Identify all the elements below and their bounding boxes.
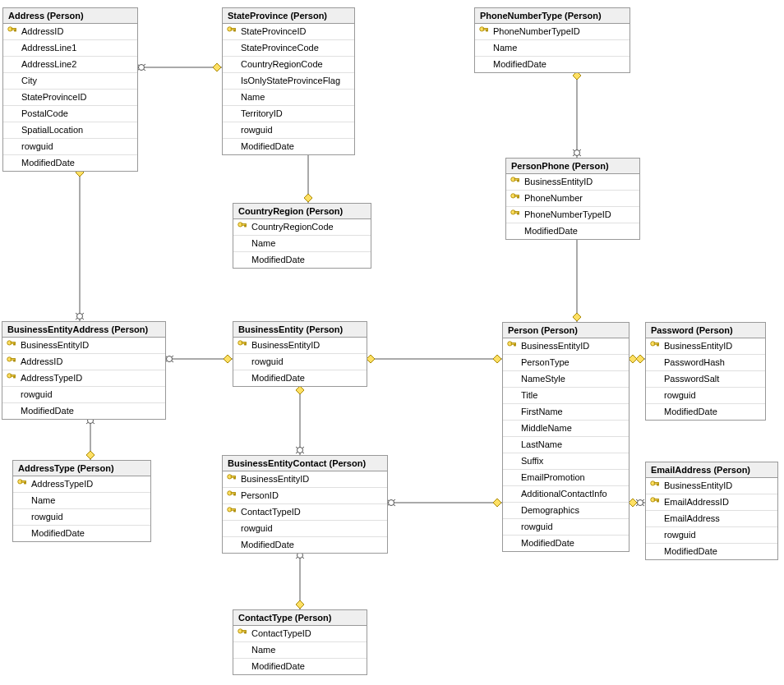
column-row[interactable]: Name [13, 493, 150, 509]
table-personphone[interactable]: PersonPhone (Person) BusinessEntityIDPho… [505, 158, 640, 240]
column-row[interactable]: IsOnlyStateProvinceFlag [223, 73, 354, 90]
table-countryregion[interactable]: CountryRegion (Person) CountryRegionCode… [233, 203, 371, 269]
table-password[interactable]: Password (Person) BusinessEntityIDPasswo… [645, 322, 766, 421]
column-row[interactable]: EmailAddress [646, 511, 777, 527]
column-row[interactable]: PhoneNumber [506, 191, 639, 207]
svg-rect-29 [14, 360, 16, 361]
column-name: ContactTypeID [251, 628, 311, 638]
column-row[interactable]: rowguid [233, 354, 367, 370]
column-row[interactable]: Name [233, 236, 371, 252]
table-businessentityaddress[interactable]: BusinessEntityAddress (Person) BusinessE… [2, 321, 166, 420]
column-row[interactable]: StateProvinceCode [223, 40, 354, 57]
table-address[interactable]: Address (Person) AddressIDAddressLine1Ad… [2, 7, 138, 172]
table-person[interactable]: Person (Person) BusinessEntityIDPersonTy… [502, 322, 630, 552]
column-name: City [21, 76, 37, 85]
column-row[interactable]: rowguid [646, 388, 765, 404]
column-row[interactable]: ModifiedDate [2, 403, 165, 419]
column-row[interactable]: CountryRegionCode [233, 219, 371, 236]
column-row[interactable]: ContactTypeID [223, 504, 387, 521]
table-phonenumbertype[interactable]: PhoneNumberType (Person) PhoneNumberType… [474, 7, 630, 73]
column-row[interactable]: rowguid [646, 527, 777, 544]
column-row[interactable]: BusinessEntityID [223, 471, 387, 488]
column-row[interactable]: AdditionalContactInfo [503, 486, 629, 503]
column-row[interactable]: BusinessEntityID [503, 338, 629, 355]
column-row[interactable]: Suffix [503, 453, 629, 470]
key-icon [510, 176, 521, 187]
column-row[interactable]: StateProvinceID [3, 90, 137, 106]
column-row[interactable]: rowguid [223, 122, 354, 139]
column-name: BusinessEntityID [21, 340, 89, 350]
column-name: BusinessEntityID [664, 341, 732, 351]
column-row[interactable]: ModifiedDate [646, 544, 777, 559]
column-row[interactable]: AddressID [3, 24, 137, 40]
table-emailaddress[interactable]: EmailAddress (Person) BusinessEntityIDEm… [645, 462, 778, 560]
table-addresstype[interactable]: AddressType (Person) AddressTypeIDNamero… [12, 460, 151, 542]
column-row[interactable]: ContactTypeID [233, 626, 367, 642]
column-row[interactable]: AddressLine2 [3, 57, 137, 73]
column-name: PersonID [241, 490, 279, 500]
column-row[interactable]: ModifiedDate [233, 370, 367, 386]
column-row[interactable]: rowguid [503, 519, 629, 536]
column-row[interactable]: AddressID [2, 354, 165, 370]
column-row[interactable]: ModifiedDate [233, 252, 371, 268]
column-row[interactable]: Demographics [503, 503, 629, 519]
column-row[interactable]: ModifiedDate [503, 536, 629, 551]
column-row[interactable]: AddressTypeID [13, 476, 150, 493]
column-row[interactable]: CountryRegionCode [223, 57, 354, 73]
column-row[interactable]: BusinessEntityID [506, 174, 639, 191]
column-row[interactable]: ModifiedDate [223, 537, 387, 553]
column-name: AddressTypeID [31, 479, 93, 489]
column-row[interactable]: ModifiedDate [13, 526, 150, 541]
column-row[interactable]: ModifiedDate [506, 223, 639, 239]
column-row[interactable]: BusinessEntityID [2, 338, 165, 354]
column-row[interactable]: Name [223, 90, 354, 106]
column-row[interactable]: PersonID [223, 488, 387, 504]
column-row[interactable]: SpatialLocation [3, 122, 137, 139]
table-stateprovince[interactable]: StateProvince (Person) StateProvinceIDSt… [222, 7, 355, 155]
column-row[interactable]: ModifiedDate [3, 155, 137, 171]
table-businessentitycontact[interactable]: BusinessEntityContact (Person) BusinessE… [222, 455, 388, 554]
column-row[interactable]: ModifiedDate [223, 139, 354, 154]
column-row[interactable]: rowguid [223, 521, 387, 537]
key-icon [7, 25, 18, 37]
column-row[interactable]: Name [475, 40, 630, 57]
column-name: EmailAddressID [664, 497, 729, 507]
column-row[interactable]: BusinessEntityID [233, 338, 367, 354]
column-row[interactable]: FirstName [503, 404, 629, 421]
column-row[interactable]: EmailAddressID [646, 494, 777, 511]
column-row[interactable]: PhoneNumberTypeID [506, 207, 639, 223]
column-row[interactable]: MiddleName [503, 421, 629, 437]
column-row[interactable]: StateProvinceID [223, 24, 354, 40]
table-businessentity[interactable]: BusinessEntity (Person) BusinessEntityID… [233, 321, 367, 387]
column-row[interactable]: PhoneNumberTypeID [475, 24, 630, 40]
column-row[interactable]: PasswordHash [646, 355, 765, 371]
column-row[interactable]: TerritoryID [223, 106, 354, 122]
column-row[interactable]: rowguid [2, 387, 165, 403]
column-row[interactable]: NameStyle [503, 371, 629, 388]
column-row[interactable]: ModifiedDate [646, 404, 765, 420]
column-row[interactable]: PostalCode [3, 106, 137, 122]
column-name: ModifiedDate [524, 226, 578, 236]
column-row[interactable]: AddressLine1 [3, 40, 137, 57]
column-name: BusinessEntityID [251, 340, 320, 350]
column-row[interactable]: AddressTypeID [2, 370, 165, 387]
column-row[interactable]: PasswordSalt [646, 371, 765, 388]
column-row[interactable]: City [3, 73, 137, 90]
table-contacttype[interactable]: ContactType (Person) ContactTypeIDNameMo… [233, 609, 367, 675]
column-row[interactable]: BusinessEntityID [646, 478, 777, 494]
key-icon [6, 356, 17, 367]
column-row[interactable]: LastName [503, 437, 629, 453]
column-row[interactable]: rowguid [3, 139, 137, 155]
column-row[interactable]: Name [233, 642, 367, 659]
table-columns: PhoneNumberTypeIDNameModifiedDate [475, 24, 630, 72]
column-row[interactable]: rowguid [13, 509, 150, 526]
key-icon [226, 473, 238, 485]
column-row[interactable]: ModifiedDate [475, 57, 630, 72]
column-row[interactable]: Title [503, 388, 629, 404]
column-row[interactable]: BusinessEntityID [646, 338, 765, 355]
column-row[interactable]: PersonType [503, 355, 629, 371]
key-icon [649, 496, 661, 508]
svg-rect-32 [14, 376, 16, 378]
column-row[interactable]: EmailPromotion [503, 470, 629, 486]
column-row[interactable]: ModifiedDate [233, 659, 367, 674]
